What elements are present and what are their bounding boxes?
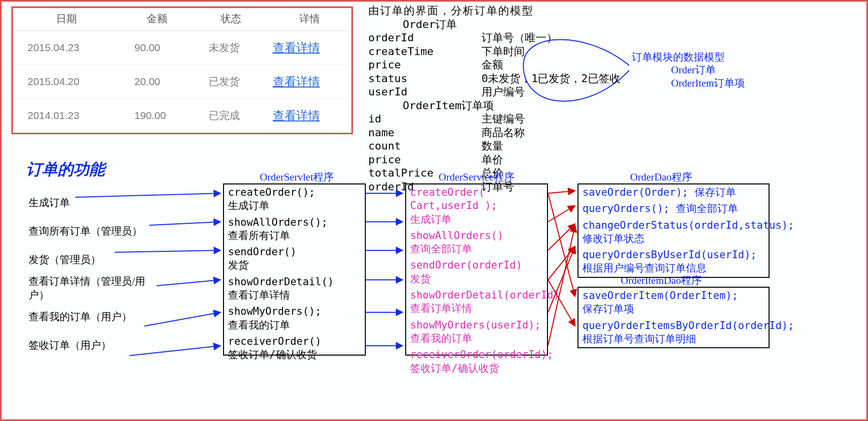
svg-line-13: [548, 193, 575, 297]
cell-status: 已完成: [194, 99, 267, 133]
svg-line-15: [548, 224, 575, 250]
field: price: [368, 153, 482, 167]
diagram-canvas: 日期 金额 状态 详情 2015.04.23 90.00 未发货 查看详情 20…: [0, 0, 868, 421]
table-row: 2015.04.23 90.00 未发货 查看详情: [13, 31, 352, 65]
method-desc: 发货: [410, 272, 543, 286]
method-desc: 生成订单: [410, 213, 543, 226]
cell-date: 2014.01.23: [13, 99, 120, 133]
cell-date: 2015.04.23: [13, 31, 120, 65]
col-status: 状态: [194, 8, 267, 31]
servlet-title: OrderServlet程序: [235, 170, 358, 184]
method-desc: 查看我的订单: [410, 332, 543, 345]
method-desc: 查询全部订单: [410, 242, 543, 256]
dao-title: OrderDao程序: [600, 170, 723, 184]
svg-line-17: [548, 280, 575, 326]
itemdao-box: saveOrderItem(OrderItem);保存订单项 queryOrde…: [578, 287, 770, 348]
method-desc: 根据订单号查询订单明细: [582, 332, 765, 346]
feature-item: 签收订单（用户）: [29, 331, 157, 360]
service-box: createOrder( Cart,userId );生成订单 showAllO…: [405, 183, 548, 356]
data-model-annotation: 订单模块的数据模型 Order订单 OrderItem订单项: [632, 51, 745, 90]
field: createTime: [368, 45, 482, 59]
table-row: 2015.04.20 20.00 已发货 查看详情: [13, 65, 352, 99]
method: sendOrder(orderId): [410, 259, 543, 272]
servlet-box: createOrder();生成订单 showAllOrders();查看所有订…: [223, 183, 366, 356]
method-desc: 修改订单状态: [582, 232, 765, 245]
field-desc: 订单号（唯一）: [482, 31, 557, 45]
svg-line-14: [548, 206, 575, 222]
feature-item: 查询所有订单（管理员）: [29, 217, 157, 245]
method: saveOrderItem(OrderItem);: [582, 289, 765, 302]
method-desc: 签收订单/确认收货: [410, 362, 543, 375]
field: status: [368, 72, 482, 86]
method: queryOrderItemsByOrderId(orderId);: [582, 319, 765, 332]
method-desc: 生成订单: [228, 199, 361, 212]
view-detail-link[interactable]: 查看详情: [268, 99, 352, 133]
method: createOrder( Cart,userId );: [410, 186, 543, 213]
method-desc: 查看订单详情: [410, 302, 543, 315]
svg-line-18: [548, 246, 575, 312]
cell-amount: 90.00: [120, 31, 194, 65]
col-amount: 金额: [120, 8, 194, 31]
method-desc: 查看所有订单: [228, 229, 361, 242]
method: showMyOrders();: [228, 305, 361, 318]
svg-line-19: [548, 225, 575, 346]
field: price: [368, 58, 482, 72]
order-table: 日期 金额 状态 详情 2015.04.23 90.00 未发货 查看详情 20…: [13, 8, 352, 133]
field-desc: 数量: [482, 139, 503, 153]
annot-line: Order订单: [632, 63, 745, 76]
feature-list: 生成订单 查询所有订单（管理员） 发货（管理员） 查看订单详情（管理员/用户） …: [29, 188, 157, 360]
col-detail: 详情: [268, 8, 352, 31]
view-detail-link[interactable]: 查看详情: [268, 65, 352, 99]
method: queryOrders(); 查询全部订单: [582, 202, 765, 215]
cell-status: 未发货: [194, 31, 267, 65]
view-detail-link[interactable]: 查看详情: [268, 31, 352, 65]
order-table-panel: 日期 金额 状态 详情 2015.04.23 90.00 未发货 查看详情 20…: [11, 6, 353, 134]
functions-heading: 订单的功能: [26, 159, 105, 180]
field: count: [368, 139, 482, 153]
cell-status: 已发货: [194, 65, 267, 99]
method-desc: 查看我的订单: [228, 319, 361, 332]
field: orderId: [368, 31, 482, 45]
method: showOrderDetail(orderId): [410, 289, 543, 302]
method: sendOrder(): [228, 245, 361, 259]
method: showMyOrders(userId);: [410, 319, 543, 332]
annot-line: 订单模块的数据模型: [632, 51, 745, 63]
cell-date: 2015.04.20: [13, 65, 120, 99]
method-desc: 保存订单项: [582, 302, 765, 316]
svg-line-16: [548, 246, 575, 280]
field-desc: 用户编号: [482, 85, 525, 99]
cell-amount: 190.00: [120, 99, 194, 133]
method-desc: 根据用户编号查询订单信息: [582, 262, 765, 275]
method-desc: 签收订单/确认收货: [228, 348, 361, 361]
service-title: OrderService程序: [415, 170, 538, 184]
svg-line-1: [149, 222, 221, 225]
method: showAllOrders();: [228, 216, 361, 229]
method-desc: 发货: [228, 259, 361, 272]
feature-item: 查看订单详情（管理员/用户）: [29, 274, 157, 302]
field-desc: 单价: [482, 153, 503, 167]
annot-line: OrderItem订单项: [632, 77, 745, 90]
feature-item: 生成订单: [29, 188, 157, 217]
method: showAllOrders(): [410, 229, 543, 242]
field-desc: 主键编号: [482, 112, 525, 126]
svg-line-3: [157, 280, 221, 286]
feature-item: 发货（管理员）: [29, 245, 157, 274]
feature-item: 查看我的订单（用户）: [29, 302, 157, 331]
table-row: 2014.01.23 190.00 已完成 查看详情: [13, 99, 352, 133]
field-desc: 0未发货，1已发货，2已签收: [482, 72, 620, 86]
method: saveOrder(Order); 保存订单: [582, 186, 765, 199]
field: id: [368, 112, 482, 126]
method: receiverOrder(): [228, 335, 361, 348]
field-desc: 商品名称: [482, 126, 525, 140]
method: queryOrdersByUserId(userId);: [582, 248, 765, 262]
field: userId: [368, 85, 482, 99]
field: name: [368, 126, 482, 140]
method: showOrderDetail(): [228, 275, 361, 289]
order-entity-label: Order订单: [403, 18, 620, 31]
orderitem-entity-label: OrderItem订单项: [403, 99, 620, 113]
method: createOrder();: [228, 186, 361, 199]
cell-amount: 20.00: [120, 65, 194, 99]
field-desc: 下单时间: [482, 45, 525, 59]
field-desc: 金额: [482, 58, 503, 72]
method: changeOrderStatus(orderId,status);: [582, 219, 765, 232]
